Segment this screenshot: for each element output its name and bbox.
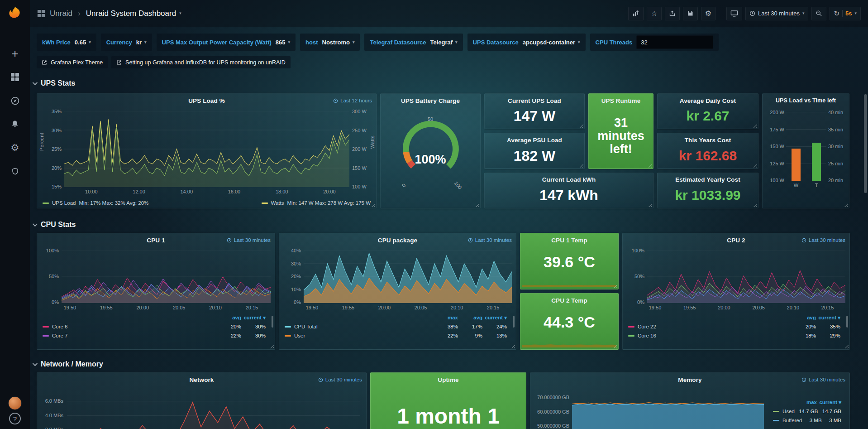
share-button[interactable] <box>665 7 680 20</box>
external-link-icon <box>42 60 47 65</box>
user-avatar[interactable] <box>8 396 22 410</box>
refresh-caret-icon: ▾ <box>854 11 857 15</box>
series-name[interactable]: Core 22 <box>628 324 792 329</box>
memory-chart[interactable] <box>572 390 764 429</box>
panel-title[interactable]: Current UPS Load <box>485 94 584 107</box>
time-range-picker[interactable]: Last 30 minutes ▾ <box>745 7 808 20</box>
legend-column-header[interactable]: current ▾ <box>482 314 507 321</box>
row-header-network-memory[interactable]: Network / Memory <box>33 359 103 370</box>
cpu-threads-input[interactable] <box>636 35 713 49</box>
panel-title[interactable]: Current Load kWh <box>485 173 653 187</box>
series-stats: Min: 17% Max: 32% Avg: 20% <box>79 200 148 206</box>
variable-kwh-price[interactable]: kWh Price 0.65▾ <box>37 34 96 51</box>
legend-column-header[interactable]: max <box>434 315 458 320</box>
breadcrumb-folder[interactable]: Unraid <box>50 9 72 18</box>
legend-row[interactable]: Core 1618%29% <box>623 331 846 340</box>
gauge-scale-max: 100 <box>453 180 463 190</box>
network-chart[interactable] <box>67 390 360 429</box>
sidebar-admin-button[interactable] <box>0 159 30 183</box>
panel-title[interactable]: Average PSU Load <box>485 133 584 147</box>
legend-scrollbar[interactable] <box>846 316 848 328</box>
variable-ups-max-output[interactable]: UPS Max Output Power Capacity (Watt) 865… <box>157 34 296 51</box>
series-name[interactable]: Buffered <box>773 418 802 423</box>
legend-column-header[interactable]: max <box>792 400 817 405</box>
cpu2-chart[interactable] <box>647 251 845 303</box>
y-axis-left: 6.0 MBs4.0 MBs2.0 MBs <box>42 398 63 429</box>
variable-currency[interactable]: Currency kr▾ <box>101 34 152 51</box>
gauge-value: 100% <box>381 153 480 167</box>
series-name[interactable]: Used <box>773 409 795 414</box>
panel-title[interactable]: This Years Cost <box>658 133 758 147</box>
ups-bar-chart[interactable] <box>786 112 826 181</box>
panel-title[interactable]: Uptime <box>371 373 526 386</box>
series-name[interactable]: Core 16 <box>628 333 792 338</box>
legend-column-header[interactable]: current ▾ <box>241 314 266 321</box>
axis-tick: 19:55 <box>100 305 113 310</box>
cpu-package-chart[interactable] <box>304 251 512 303</box>
series-name[interactable]: User <box>285 333 434 338</box>
link-label: Grafana Plex Theme <box>51 59 103 66</box>
legend-item-watts[interactable]: Watts Min: 147 W Max: 278 W Avg: 175 W <box>262 200 371 206</box>
legend-item-ups-load[interactable]: UPS Load Min: 17% Max: 32% Avg: 20% <box>43 200 148 206</box>
battery-gauge[interactable] <box>397 114 465 182</box>
series-name[interactable]: Core 7 <box>43 333 217 338</box>
panel-title[interactable]: CPU 1 Temp <box>520 233 618 247</box>
legend-row[interactable]: Used14.7 GB14.7 GB <box>768 407 847 416</box>
zoom-out-button[interactable] <box>811 7 826 20</box>
panel-title[interactable]: UPS Load % <box>37 94 376 107</box>
legend-column-header[interactable]: avg <box>458 315 482 320</box>
add-panel-button[interactable] <box>628 7 644 20</box>
dashboard-title[interactable]: Unraid System Dashboard ▾ <box>86 9 181 18</box>
panel-title[interactable]: Average Daily Cost <box>658 94 758 107</box>
cycle-view-button[interactable] <box>726 7 742 20</box>
ups-load-chart[interactable] <box>64 111 349 187</box>
panel-title[interactable]: Network <box>37 373 366 386</box>
legend-scrollbar[interactable] <box>513 316 515 328</box>
panel-title[interactable]: Estimated Yearly Cost <box>658 173 758 187</box>
series-name[interactable]: CPU Total <box>285 324 434 329</box>
sidebar-explore-button[interactable] <box>0 89 30 112</box>
legend-column-header[interactable]: current ▾ <box>817 399 841 405</box>
row-header-ups-stats[interactable]: UPS Stats <box>33 78 75 89</box>
variable-host[interactable]: host Nostromo▾ <box>300 34 360 51</box>
variable-telegraf-datasource[interactable]: Telegraf Datasource Telegraf▾ <box>364 34 463 51</box>
refresh-button[interactable]: ↻ 5s ▾ <box>830 7 861 20</box>
page-scrollbar[interactable] <box>864 94 867 193</box>
legend-row[interactable]: Buffered3 MB3 MB <box>768 416 847 425</box>
series-name[interactable]: Core 6 <box>43 324 217 329</box>
legend-row[interactable]: Core 2220%35% <box>623 322 846 331</box>
grafana-logo[interactable] <box>6 5 24 23</box>
save-button[interactable] <box>683 7 698 20</box>
axis-tick: 14:00 <box>181 189 193 194</box>
sidebar-alerting-button[interactable] <box>0 112 30 136</box>
link-grafana-plex-theme[interactable]: Grafana Plex Theme <box>37 56 108 68</box>
gear-icon: ⚙ <box>705 9 711 18</box>
cpu1-chart[interactable] <box>62 251 271 303</box>
sidebar-dashboards-button[interactable] <box>0 65 30 89</box>
dashboard-settings-button[interactable]: ⚙ <box>701 7 715 20</box>
legend-row[interactable]: CPU Total38%17%24% <box>279 322 512 331</box>
clock-icon <box>801 238 806 243</box>
bar-w[interactable] <box>787 112 805 181</box>
sidebar-create-button[interactable]: + <box>0 42 30 65</box>
panel-title[interactable]: UPS Load vs Time left <box>763 94 849 107</box>
refresh-icon: ↻ <box>834 10 839 18</box>
variable-ups-datasource[interactable]: UPS Datasource apcupsd-container▾ <box>467 34 586 51</box>
legend-column-header[interactable]: avg <box>792 315 816 320</box>
legend-row[interactable]: Core 722%30% <box>37 331 271 340</box>
sidebar-configuration-button[interactable]: ⚙ <box>0 136 30 159</box>
legend-column-header[interactable]: current ▾ <box>816 314 840 321</box>
legend-scrollbar[interactable] <box>272 316 273 328</box>
legend-row[interactable]: User22%9%13% <box>279 331 512 340</box>
link-ups-monitoring-guide[interactable]: Setting up Grafana and InfluxDB for UPS … <box>111 56 291 68</box>
row-header-cpu-stats[interactable]: CPU Stats <box>33 219 76 230</box>
help-button[interactable]: ? <box>9 413 21 424</box>
panel-title[interactable]: UPS Battery Charge <box>381 94 480 107</box>
legend-column-header[interactable]: avg <box>217 315 241 320</box>
panel-title[interactable]: CPU 2 Temp <box>520 294 618 307</box>
bar-t[interactable] <box>807 112 825 181</box>
legend-row[interactable]: Core 620%30% <box>37 322 271 331</box>
panel-ups-battery-charge: UPS Battery Charge 0 50 100 100% <box>380 93 481 208</box>
star-button[interactable]: ☆ <box>647 7 661 20</box>
panel-title[interactable]: UPS Runtime <box>589 94 653 107</box>
